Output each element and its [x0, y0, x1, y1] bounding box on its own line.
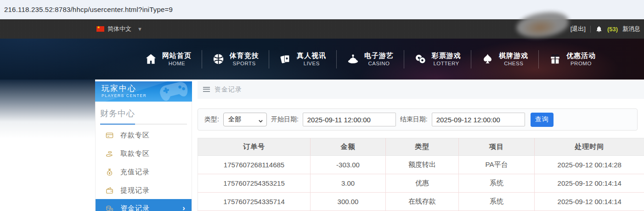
nav-item-lottery[interactable]: 彩票游戏LOTTERY — [414, 51, 461, 67]
nav-divider — [404, 50, 404, 68]
section-underline — [100, 124, 187, 125]
sidebar-item-deposit-zone[interactable]: 存款专区 › — [96, 126, 192, 144]
col-type: 类型 — [386, 138, 459, 156]
nav-divider — [269, 50, 269, 68]
new-messages-link[interactable]: 新消息 — [622, 25, 640, 33]
nav-item-home[interactable]: 网站首页HOME — [145, 51, 192, 67]
table-row: 1757607268114685 -303.00 额度转出 PA平台 2025-… — [198, 156, 644, 174]
sidebar-item-withdrawal-record[interactable]: 提现记录 › — [96, 181, 192, 200]
end-date-input[interactable] — [432, 113, 525, 126]
nav-item-lives[interactable]: 真人视讯LIVES — [279, 51, 326, 67]
col-process-time: 处理时间 — [535, 138, 644, 156]
nav-divider — [538, 50, 539, 68]
type-select[interactable]: 全部 — [223, 113, 267, 126]
china-flag-icon: ★ — [96, 26, 104, 32]
chevron-down-icon — [258, 117, 263, 122]
screen: 216.118.235.52:8783/hhcp/usercenter.html… — [0, 0, 644, 211]
chevron-down-icon: ▼ — [137, 26, 142, 32]
nav-divider — [202, 50, 202, 68]
menu-icon — [203, 87, 210, 92]
funds-record-table: 订单号 金额 类型 项目 处理时间 1757607268114685 -303.… — [198, 138, 644, 211]
players-center-header: 玩家中心 PLAYERS CENTER — [95, 81, 192, 102]
page-url[interactable]: 216.118.235.52:8783/hhcp/usercenter.html… — [4, 6, 173, 13]
finance-section-title: 财务中心 — [96, 102, 192, 124]
type-label: 类型: — [204, 115, 219, 124]
home-icon — [145, 53, 157, 65]
account-actions: [退出] (53) 新消息 — [571, 25, 640, 33]
page-title: 资金记录 — [215, 86, 242, 94]
nav-item-promo[interactable]: 优惠活动PROMO — [549, 51, 596, 67]
message-count[interactable]: (53) — [607, 26, 618, 33]
lottery-balls-icon — [414, 53, 427, 65]
wallet-icon — [105, 186, 114, 195]
nav-divider — [471, 50, 471, 68]
logout-link[interactable]: [退出] — [571, 25, 586, 33]
language-selector[interactable]: ★ 简体中文 ▼ — [96, 25, 142, 33]
start-date-label: 开始日期: — [271, 115, 299, 124]
main-navigation: 网站首页HOME 体育竞技SPORTS 真人视讯LIVES — [0, 39, 644, 80]
sports-ball-icon — [212, 53, 225, 65]
nav-item-chess[interactable]: 棋牌游戏CHESS — [481, 51, 528, 67]
col-project: 项目 — [459, 138, 535, 156]
gift-icon — [549, 53, 561, 65]
spade-icon — [481, 53, 494, 65]
sidebar-item-withdraw-zone[interactable]: 取款专区 › — [96, 144, 192, 163]
end-date-label: 结束日期: — [400, 115, 428, 124]
col-amount: 金额 — [311, 138, 386, 156]
money-bag-icon — [105, 168, 114, 177]
filter-bar: 类型: 全部 开始日期: 结束日期: 查询 — [198, 108, 638, 131]
notification-bell-icon[interactable] — [595, 25, 603, 33]
breadcrumb: 资金记录 — [198, 80, 644, 99]
withdraw-hand-icon — [105, 149, 114, 158]
search-button[interactable]: 查询 — [531, 113, 554, 127]
col-order-id: 订单号 — [198, 138, 311, 156]
sidebar-item-funds-record[interactable]: 资金记录 › — [96, 199, 192, 211]
language-label: 简体中文 — [107, 25, 131, 33]
nav-divider — [336, 50, 337, 68]
deposit-card-icon — [105, 131, 114, 140]
nav-item-sports[interactable]: 体育竞技SPORTS — [212, 51, 259, 67]
sidebar-menu: 财务中心 存款专区 › 取款专区 › 充值记录 — [95, 102, 192, 211]
nav-item-casino[interactable]: 电子游艺CASINO — [347, 51, 394, 67]
coins-icon — [105, 204, 114, 211]
chevron-right-icon: › — [182, 204, 185, 211]
table-header-row: 订单号 金额 类型 项目 处理时间 — [198, 138, 644, 156]
sidebar-item-recharge-record[interactable]: 充值记录 › — [96, 163, 192, 181]
background-fade — [0, 80, 95, 138]
divider — [590, 26, 591, 33]
table-row: 1757607254353215 3.00 优惠 系统 2025-09-12 0… — [198, 174, 644, 193]
sidebar: 玩家中心 PLAYERS CENTER 财务中心 存款专区 › 取款专区 — [95, 81, 192, 211]
cards-icon — [279, 53, 292, 65]
start-date-input[interactable] — [303, 113, 396, 126]
roulette-icon — [347, 53, 359, 65]
table-row: 1757607254335714 300.00 在线存款 系统 2025-09-… — [198, 193, 644, 211]
